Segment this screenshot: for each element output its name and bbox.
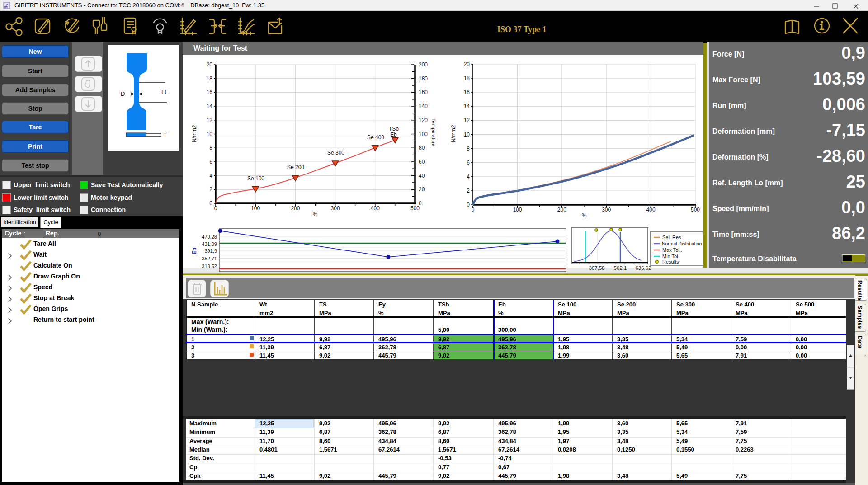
svg-text:Results: Results bbox=[662, 259, 679, 264]
svg-text:300: 300 bbox=[331, 205, 340, 212]
svg-text:18: 18 bbox=[207, 75, 213, 82]
svg-text:60: 60 bbox=[419, 159, 425, 165]
svg-text:100: 100 bbox=[251, 205, 260, 212]
svg-text:160: 160 bbox=[419, 89, 428, 95]
svg-text:N/mm2: N/mm2 bbox=[191, 125, 198, 142]
svg-text:10: 10 bbox=[464, 132, 470, 138]
svg-text:8: 8 bbox=[467, 146, 470, 152]
svg-text:300: 300 bbox=[602, 207, 611, 213]
svg-text:%: % bbox=[582, 212, 587, 219]
svg-text:10: 10 bbox=[207, 131, 213, 137]
svg-text:Max Tol..: Max Tol.. bbox=[662, 247, 682, 253]
svg-text:4: 4 bbox=[209, 173, 212, 179]
svg-text:TSb: TSb bbox=[389, 126, 399, 132]
svg-text:20: 20 bbox=[464, 61, 470, 67]
svg-text:200: 200 bbox=[291, 205, 300, 212]
svg-text:200: 200 bbox=[419, 61, 428, 68]
svg-text:4: 4 bbox=[467, 174, 470, 180]
svg-text:6: 6 bbox=[209, 159, 212, 165]
svg-text:14: 14 bbox=[464, 103, 470, 109]
svg-text:P: P bbox=[6, 3, 8, 6]
svg-text:500: 500 bbox=[410, 205, 420, 212]
svg-text:120: 120 bbox=[419, 117, 428, 123]
svg-text:Min Tol.: Min Tol. bbox=[662, 254, 679, 259]
svg-text:352,71: 352,71 bbox=[202, 256, 217, 261]
svg-text:Se 100: Se 100 bbox=[247, 175, 264, 182]
svg-text:636,62: 636,62 bbox=[635, 265, 651, 271]
svg-text:431,09: 431,09 bbox=[202, 241, 217, 247]
svg-text:2: 2 bbox=[467, 188, 470, 194]
svg-text:40: 40 bbox=[419, 173, 425, 179]
svg-text:T: T bbox=[163, 132, 167, 138]
svg-text:12: 12 bbox=[207, 117, 213, 123]
svg-text:18: 18 bbox=[464, 75, 470, 81]
svg-text:2: 2 bbox=[209, 186, 212, 193]
svg-text:0: 0 bbox=[467, 202, 470, 208]
svg-text:400: 400 bbox=[371, 205, 380, 212]
svg-text:400: 400 bbox=[646, 207, 656, 213]
svg-text:0: 0 bbox=[214, 205, 217, 212]
svg-text:0: 0 bbox=[472, 207, 475, 213]
svg-text:502,1: 502,1 bbox=[614, 265, 627, 271]
svg-text:Eb: Eb bbox=[191, 247, 198, 254]
svg-text:20: 20 bbox=[419, 186, 425, 193]
svg-text:Sel. Res: Sel. Res bbox=[662, 235, 681, 240]
svg-text:Se 200: Se 200 bbox=[287, 164, 304, 170]
svg-text:6: 6 bbox=[467, 160, 470, 166]
svg-text:470,28: 470,28 bbox=[202, 234, 217, 240]
svg-text:100: 100 bbox=[513, 207, 522, 213]
svg-text:100: 100 bbox=[419, 131, 428, 137]
svg-text:180: 180 bbox=[419, 75, 428, 82]
svg-text:Eb: Eb bbox=[390, 132, 397, 138]
svg-text:140: 140 bbox=[419, 103, 428, 109]
svg-text:200: 200 bbox=[557, 207, 566, 213]
svg-text:16: 16 bbox=[207, 89, 213, 95]
svg-text:0: 0 bbox=[209, 200, 212, 207]
svg-text:Temperature: Temperature bbox=[431, 118, 436, 146]
svg-text:Se 400: Se 400 bbox=[367, 134, 384, 141]
svg-text:313,52: 313,52 bbox=[202, 264, 217, 269]
svg-text:D: D bbox=[121, 90, 125, 97]
svg-text:%: % bbox=[313, 211, 318, 217]
svg-text:20: 20 bbox=[207, 61, 213, 68]
svg-text:8: 8 bbox=[209, 145, 212, 151]
svg-text:80: 80 bbox=[419, 145, 425, 151]
svg-text:12: 12 bbox=[464, 117, 470, 123]
svg-text:N/mm2: N/mm2 bbox=[450, 125, 457, 142]
svg-text:500: 500 bbox=[691, 207, 700, 213]
svg-text:Se 300: Se 300 bbox=[327, 150, 344, 156]
svg-text:391,9: 391,9 bbox=[204, 248, 217, 254]
svg-text:16: 16 bbox=[464, 89, 470, 95]
svg-text:TTMS: TTMS bbox=[4, 7, 8, 9]
svg-text:Normal Distribution: Normal Distribution bbox=[662, 241, 702, 246]
svg-text:367,58: 367,58 bbox=[589, 265, 604, 271]
svg-text:LF: LF bbox=[161, 89, 168, 95]
svg-text:14: 14 bbox=[207, 103, 213, 109]
